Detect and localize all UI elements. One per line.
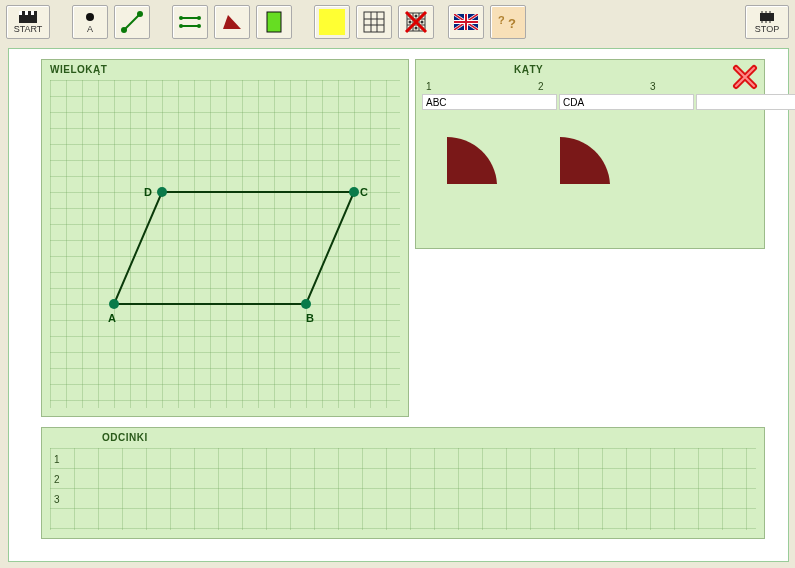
- workspace: WIELOKĄT A B C D KĄTY 1 2 3: [8, 48, 789, 562]
- angles-inputs: [416, 94, 764, 110]
- triangle-icon: [220, 12, 244, 32]
- vertex-label-d: D: [144, 186, 152, 198]
- svg-rect-46: [760, 13, 774, 21]
- svg-marker-15: [223, 15, 241, 29]
- angle-preview-3: [647, 122, 758, 202]
- svg-point-31: [409, 21, 412, 24]
- close-icon: [732, 64, 758, 90]
- stop-label: STOP: [755, 24, 779, 34]
- svg-rect-18: [364, 12, 384, 32]
- stop-button[interactable]: STOP: [745, 5, 789, 39]
- svg-rect-0: [19, 15, 37, 23]
- angles-panel-title: KĄTY: [514, 64, 543, 75]
- grid-off-button[interactable]: [398, 5, 434, 39]
- angles-panel: KĄTY 1 2 3: [415, 59, 765, 249]
- svg-point-33: [421, 21, 424, 24]
- close-button[interactable]: [732, 64, 758, 90]
- color-yellow-button[interactable]: [314, 5, 350, 39]
- point-tool-label: A: [87, 24, 93, 34]
- parallel-icon: [178, 12, 202, 32]
- rectangle-icon: [264, 10, 284, 34]
- svg-point-5: [86, 13, 94, 21]
- vertex-label-c: C: [360, 186, 368, 198]
- segment-row-1: 1: [54, 454, 60, 465]
- segment-icon: [120, 10, 144, 34]
- svg-point-7: [121, 27, 127, 33]
- vertex-label-b: B: [306, 312, 314, 324]
- segment-row-3: 3: [54, 494, 60, 505]
- segments-panel-title: ODCINKI: [102, 432, 148, 443]
- yellow-swatch-icon: [319, 9, 345, 35]
- svg-point-29: [415, 15, 418, 18]
- grid-toggle-button[interactable]: [356, 5, 392, 39]
- start-label: START: [14, 24, 43, 34]
- angle-preview-2: [535, 122, 646, 202]
- polygon-panel-title: WIELOKĄT: [42, 60, 408, 79]
- segment-tool-button[interactable]: [114, 5, 150, 39]
- svg-line-6: [124, 14, 140, 30]
- parallel-tool-button[interactable]: [172, 5, 208, 39]
- svg-point-11: [179, 16, 183, 20]
- rectangle-tool-button[interactable]: [256, 5, 292, 39]
- svg-rect-16: [267, 12, 281, 32]
- polygon-grid[interactable]: [50, 80, 400, 408]
- angle-input-3[interactable]: [696, 94, 795, 110]
- svg-point-12: [197, 16, 201, 20]
- triangle-tool-button[interactable]: [214, 5, 250, 39]
- vertex-label-a: A: [108, 312, 116, 324]
- help-icon: ??: [496, 12, 520, 32]
- svg-rect-4: [31, 11, 34, 15]
- flag-uk-icon: [454, 14, 478, 30]
- segments-grid[interactable]: 1 2 3: [50, 448, 756, 530]
- help-button[interactable]: ??: [490, 5, 526, 39]
- segment-row-2: 2: [54, 474, 60, 485]
- segments-panel: ODCINKI 1 2 3: [41, 427, 765, 539]
- svg-rect-17: [319, 9, 345, 35]
- angle-preview-1: [422, 122, 533, 202]
- svg-text:?: ?: [498, 14, 505, 26]
- angle-input-1[interactable]: [422, 94, 557, 110]
- right-blank-area: [415, 253, 765, 417]
- grid-icon: [363, 11, 385, 33]
- clapper-icon: [19, 11, 37, 23]
- svg-rect-2: [19, 11, 22, 15]
- svg-point-13: [179, 24, 183, 28]
- angles-previews: [416, 110, 764, 202]
- angles-header: KĄTY: [416, 60, 764, 79]
- svg-point-35: [415, 27, 418, 30]
- toolbar: START A ?? STOP: [0, 0, 795, 44]
- svg-rect-3: [25, 11, 28, 15]
- grid-off-icon: [404, 10, 428, 34]
- chip-icon: [758, 11, 776, 23]
- svg-rect-43: [454, 21, 478, 23]
- angles-col-1: 1: [422, 79, 534, 94]
- angle-input-2[interactable]: [559, 94, 694, 110]
- angle-shape-icon: [442, 122, 512, 192]
- language-button[interactable]: [448, 5, 484, 39]
- point-icon: [84, 11, 96, 23]
- angles-columns: 1 2 3: [416, 79, 764, 94]
- angles-col-2: 2: [534, 79, 646, 94]
- svg-point-14: [197, 24, 201, 28]
- polygon-panel: WIELOKĄT A B C D: [41, 59, 409, 417]
- angle-shape-icon: [555, 122, 625, 192]
- point-tool-button[interactable]: A: [72, 5, 108, 39]
- svg-text:?: ?: [508, 16, 516, 31]
- svg-point-8: [137, 11, 143, 17]
- start-button[interactable]: START: [6, 5, 50, 39]
